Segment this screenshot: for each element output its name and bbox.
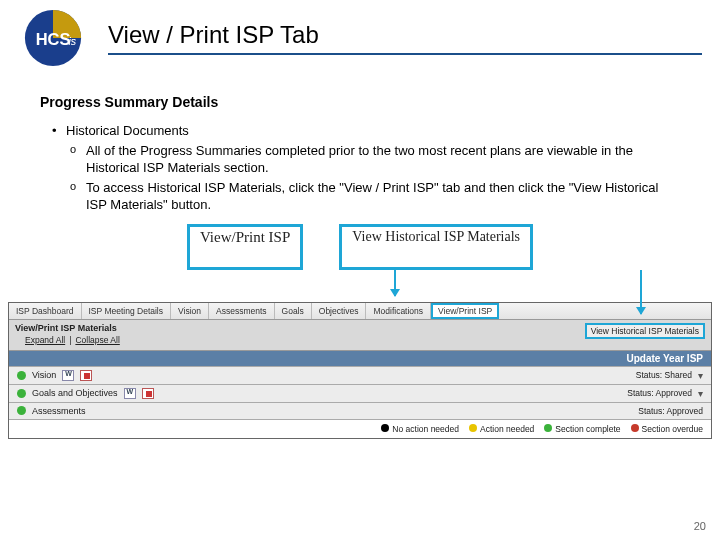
status-dot-icon	[17, 389, 26, 398]
word-icon[interactable]	[62, 370, 74, 381]
arrow-icon	[394, 270, 396, 296]
section-name: Vision	[32, 370, 56, 380]
status-dot-icon	[17, 406, 26, 415]
callout-view-print: View/Print ISP	[187, 224, 303, 270]
pdf-icon[interactable]	[142, 388, 154, 399]
legend-dot-icon	[631, 424, 639, 432]
bullet-text: Historical Documents	[66, 122, 189, 140]
section-row: Vision Status: Shared ▾	[9, 366, 711, 384]
panel-title: View/Print ISP Materials	[15, 323, 130, 333]
svg-text:HCS: HCS	[36, 30, 71, 48]
expand-all-link[interactable]: Expand All	[25, 335, 65, 345]
section-status: Status: Approved	[638, 406, 703, 416]
tab-view-print-isp[interactable]: View/Print ISP	[431, 303, 499, 319]
tab-objectives[interactable]: Objectives	[312, 303, 367, 319]
section-status: Status: Shared	[636, 370, 692, 380]
section-name: Goals and Objectives	[32, 388, 118, 398]
legend: No action needed Action needed Section c…	[9, 419, 711, 438]
tab-isp-dashboard[interactable]: ISP Dashboard	[9, 303, 82, 319]
section-row: Goals and Objectives Status: Approved ▾	[9, 384, 711, 402]
arrow-icon	[640, 270, 642, 314]
section-status: Status: Approved	[627, 388, 692, 398]
logo: HCS is	[18, 8, 88, 68]
tab-goals[interactable]: Goals	[275, 303, 312, 319]
bullet-icon: •	[52, 122, 66, 140]
body-content: • Historical Documents o All of the Prog…	[52, 122, 668, 214]
pdf-icon[interactable]	[80, 370, 92, 381]
word-icon[interactable]	[124, 388, 136, 399]
svg-text:is: is	[69, 35, 77, 47]
embedded-screenshot: ISP Dashboard ISP Meeting Details Vision…	[8, 302, 712, 439]
chevron-down-icon[interactable]: ▾	[698, 370, 703, 381]
tab-strip: ISP Dashboard ISP Meeting Details Vision…	[9, 303, 711, 320]
tab-vision[interactable]: Vision	[171, 303, 209, 319]
page-title: View / Print ISP Tab	[108, 21, 702, 55]
tab-assessments[interactable]: Assessments	[209, 303, 275, 319]
tab-isp-meeting-details[interactable]: ISP Meeting Details	[82, 303, 172, 319]
sub-bullet-text: All of the Progress Summaries completed …	[86, 142, 668, 177]
section-name: Assessments	[32, 406, 86, 416]
status-dot-icon	[17, 371, 26, 380]
collapse-all-link[interactable]: Collapse All	[75, 335, 119, 345]
chevron-down-icon[interactable]: ▾	[698, 388, 703, 399]
legend-dot-icon	[469, 424, 477, 432]
sub-bullet-icon: o	[70, 179, 86, 214]
year-bar: Update Year ISP	[9, 351, 711, 366]
sub-bullet-icon: o	[70, 142, 86, 177]
callout-view-historical: View Historical ISP Materials	[339, 224, 533, 270]
legend-dot-icon	[544, 424, 552, 432]
legend-dot-icon	[381, 424, 389, 432]
tab-modifications[interactable]: Modifications	[366, 303, 431, 319]
view-historical-isp-button[interactable]: View Historical ISP Materials	[585, 323, 705, 339]
page-number: 20	[694, 520, 706, 532]
section-heading: Progress Summary Details	[40, 94, 720, 110]
sub-bullet-text: To access Historical ISP Materials, clic…	[86, 179, 668, 214]
section-row: Assessments Status: Approved	[9, 402, 711, 419]
